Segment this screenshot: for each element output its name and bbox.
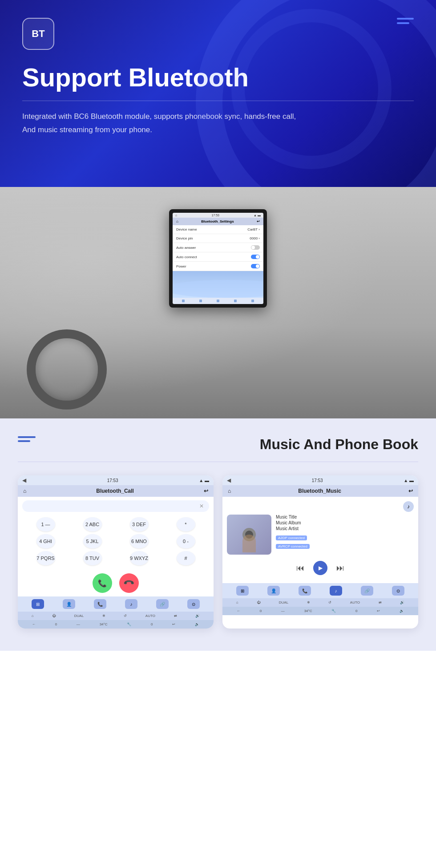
cs-time: 17:53 [211, 214, 219, 217]
music-nav-target[interactable]: ⊙ [392, 586, 404, 596]
music-header-title: Bluetooth_Music [298, 488, 341, 494]
cs-home-btn[interactable]: ⌂ [176, 219, 178, 223]
music-header: Music And Phone Book [18, 436, 418, 453]
music-nav-contacts[interactable]: 👤 [267, 586, 280, 596]
dial-key-star[interactable]: * [177, 517, 195, 531]
sys2-icon2: ↩ [172, 622, 175, 626]
cs-label-device-name: Device name [176, 227, 197, 231]
call-topbar: ◀ 17:53 ▲ ▬ [18, 475, 214, 485]
msys-arrows[interactable]: ⇄ [379, 600, 382, 604]
cs-row-power: Power [173, 262, 263, 271]
cs-nav-item-4[interactable] [234, 300, 237, 302]
msys2-slider[interactable]: — [281, 609, 285, 613]
call-end-btn[interactable]: 📞 [115, 569, 143, 597]
hero-divider [22, 101, 414, 101]
sys2-back[interactable]: ← [32, 622, 36, 626]
sys-arrows[interactable]: ⇄ [174, 614, 177, 618]
music-system-bar-2: ← 0 — 34°C 🔧 0 ↩ 🔈 [222, 607, 418, 615]
dial-key-7[interactable]: 7 PQRS [36, 551, 55, 565]
call-clear-btn[interactable]: ✕ [199, 503, 204, 509]
dial-key-2[interactable]: 2 ABC [83, 517, 102, 531]
dial-key-3[interactable]: 3 DEF [130, 517, 149, 531]
hero-description: Integrated with BC6 Bluetooth module, su… [22, 110, 325, 137]
cs-toggle-power[interactable] [251, 264, 260, 268]
cs-row-device-name: Device name CarBT › [173, 225, 263, 234]
msys2-back[interactable]: ← [237, 609, 240, 613]
cs-back-btn[interactable]: ↩ [257, 219, 260, 223]
music-prev-btn[interactable]: ⏮ [296, 564, 304, 573]
msys-auto: AUTO [350, 600, 360, 604]
call-back-btn[interactable]: ↩ [204, 488, 208, 494]
music-back-arrow[interactable]: ◀ [227, 477, 231, 483]
music-play-btn[interactable]: ▶ [313, 561, 327, 575]
call-answer-btn[interactable]: 📞 [93, 573, 112, 593]
call-actions: 📞 📞 [18, 570, 214, 596]
call-home-icon[interactable]: ⌂ [23, 488, 26, 494]
msys-home[interactable]: ⌂ [236, 600, 238, 604]
music-nav-link[interactable]: 🔗 [361, 586, 373, 596]
call-topbar-icons: ▲ ▬ [199, 478, 209, 483]
sys-power[interactable]: ⏻ [52, 614, 56, 618]
call-topbar-time: 17:53 [107, 478, 118, 483]
car-screen-wrapper: ⌂ 17:53 ▲ ▬ ⌂ Bluetooth_Settings ↩ Devic… [169, 209, 267, 308]
music-screen-content: ♪ Music Title Music Album Music Artist A… [222, 497, 418, 583]
call-screen-card: ◀ 17:53 ▲ ▬ ⌂ Bluetooth_Call ↩ ✕ 1 — 2 A… [18, 475, 214, 629]
cs-topbar: ⌂ 17:53 ▲ ▬ [173, 213, 263, 218]
cs-nav-item-1[interactable] [182, 300, 185, 302]
call-nav-target[interactable]: ⊙ [187, 599, 200, 609]
music-divider [18, 462, 418, 462]
music-nav-phone[interactable]: 📞 [299, 586, 311, 596]
music-section-title: Music And Phone Book [260, 436, 418, 453]
cs-home-icon: ⌂ [175, 214, 177, 217]
music-nav-grid[interactable]: ⊞ [236, 586, 249, 596]
cs-row-auto-connect: Auto connect [173, 252, 263, 262]
msys2-vol[interactable]: 🔈 [400, 609, 404, 613]
cs-label-device-pin: Device pin [176, 236, 193, 240]
sys-snowflake[interactable]: ❄ [102, 614, 105, 618]
sys-home[interactable]: ⌂ [32, 614, 34, 618]
sys2-vol[interactable]: 🔈 [195, 622, 199, 626]
call-nav-phone[interactable]: 📞 [94, 599, 106, 609]
sys2-slider[interactable]: — [77, 622, 80, 626]
call-nav-music[interactable]: ♪ [125, 599, 137, 609]
cs-toggle-auto-answer[interactable] [251, 245, 260, 250]
sys-volume[interactable]: 🔊 [195, 614, 200, 618]
cs-header-title: Bluetooth_Settings [201, 219, 234, 223]
music-next-btn[interactable]: ⏭ [336, 564, 344, 573]
cs-nav-item-5[interactable] [251, 300, 254, 302]
msys2-icon: 🔧 [331, 609, 336, 613]
msys-power[interactable]: ⏻ [257, 600, 260, 604]
steering-wheel [27, 329, 107, 410]
msys-dual: DUAL [279, 600, 288, 604]
sys-dual: DUAL [74, 614, 84, 618]
msys-volume[interactable]: 🔊 [400, 600, 404, 604]
call-nav-grid[interactable]: ⊞ [32, 599, 44, 609]
hero-section: BT Support Bluetooth Integrated with BC6… [0, 0, 436, 187]
cs-nav-item-3[interactable] [217, 300, 219, 302]
msys-snowflake[interactable]: ❄ [307, 600, 310, 604]
dial-key-5[interactable]: 5 JKL [83, 534, 102, 548]
dial-key-8[interactable]: 8 TUV [83, 551, 102, 565]
music-home-icon[interactable]: ⌂ [228, 488, 231, 494]
music-section: Music And Phone Book ◀ 17:53 ▲ ▬ ⌂ Bluet… [0, 418, 436, 651]
call-nav-contacts[interactable]: 👤 [63, 599, 75, 609]
dial-key-4[interactable]: 4 GHI [36, 534, 55, 548]
car-section: ⌂ 17:53 ▲ ▬ ⌂ Bluetooth_Settings ↩ Devic… [0, 187, 436, 418]
music-system-bar: ⌂ ⏻ DUAL ❄ ↺ AUTO ⇄ 🔊 [222, 598, 418, 607]
music-title-text: Music Title [276, 515, 414, 519]
call-nav-link[interactable]: 🔗 [156, 599, 169, 609]
cs-nav-item-2[interactable] [199, 300, 202, 302]
dial-key-0[interactable]: 0 - [177, 534, 195, 548]
music-nav-music[interactable]: ♪ [330, 586, 342, 596]
call-back-arrow[interactable]: ◀ [22, 477, 26, 483]
dial-key-6[interactable]: 6 MNO [130, 534, 149, 548]
hamburger-menu[interactable] [397, 18, 414, 24]
music-back-btn[interactable]: ↩ [408, 488, 413, 494]
dial-key-1[interactable]: 1 — [36, 517, 55, 531]
dial-key-hash[interactable]: # [177, 551, 195, 565]
music-menu-icon[interactable] [18, 436, 36, 442]
cs-label-auto-answer: Auto answer [176, 246, 196, 250]
dial-key-9[interactable]: 9 WXYZ [130, 551, 149, 565]
call-input-field[interactable]: ✕ [22, 500, 209, 512]
cs-toggle-auto-connect[interactable] [251, 255, 260, 259]
